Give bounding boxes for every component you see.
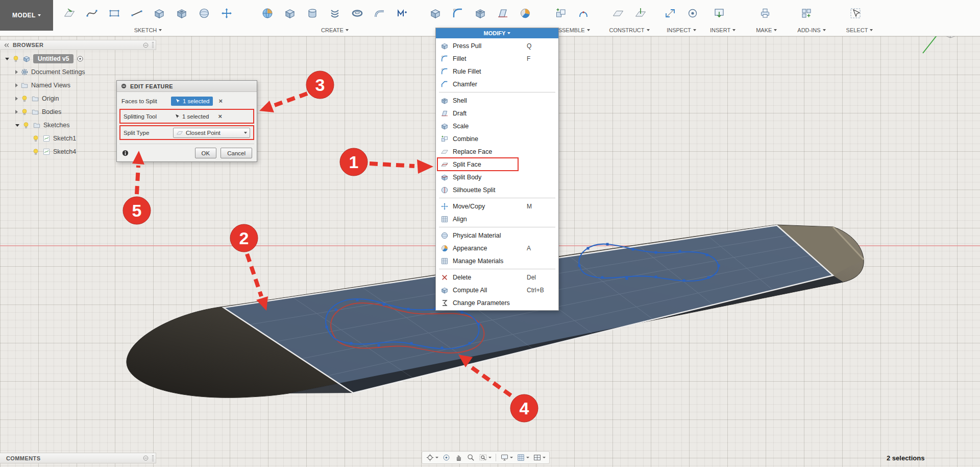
joint-button[interactable]: [574, 3, 593, 24]
browser-item-untitled-v5[interactable]: Untitled v5: [0, 52, 156, 65]
menu-item-press-pull[interactable]: Press PullQ: [436, 39, 558, 52]
create-sketch-button[interactable]: [60, 3, 79, 24]
menu-item-draft[interactable]: Draft: [436, 107, 558, 120]
menu-item-chamfer[interactable]: Chamfer: [436, 78, 558, 90]
bulb-icon[interactable]: [32, 148, 40, 156]
menu-item-shell[interactable]: Shell: [436, 94, 558, 107]
expand-caret-icon[interactable]: [15, 124, 19, 127]
measure-button[interactable]: [661, 3, 679, 24]
expand-caret-icon[interactable]: [15, 97, 18, 101]
faces-selected-chip[interactable]: 1 selected: [171, 97, 213, 106]
toolbar-group-label-inspect[interactable]: INSPECT: [661, 26, 702, 34]
menu-item-fillet[interactable]: FilletF: [436, 52, 558, 65]
menu-item-combine[interactable]: Combine: [436, 132, 558, 145]
line-button[interactable]: [128, 3, 146, 24]
zoom-button[interactable]: [465, 452, 477, 463]
panel-drag-handle[interactable]: [152, 42, 154, 48]
bulb-icon[interactable]: [20, 95, 29, 103]
spline-button[interactable]: [83, 3, 101, 24]
construct-plane-button[interactable]: [609, 3, 627, 24]
pipe-button[interactable]: [371, 3, 389, 24]
toolbar-group-label-select[interactable]: SELECT: [846, 26, 873, 34]
menu-item-appearance[interactable]: AppearanceA: [436, 242, 558, 254]
menu-item-physical-material[interactable]: Physical Material: [436, 229, 558, 242]
toolbar-group-label-create[interactable]: CREATE: [258, 26, 411, 34]
extrude-button[interactable]: [150, 3, 168, 24]
cancel-button[interactable]: Cancel: [220, 148, 252, 158]
menu-item-replace-face[interactable]: Replace Face: [436, 145, 558, 158]
move-button[interactable]: [217, 3, 236, 24]
ok-button[interactable]: OK: [195, 148, 217, 158]
expand-caret-icon[interactable]: [5, 58, 9, 60]
modify-menu-header[interactable]: MODIFY: [436, 28, 558, 38]
collapse-panel-icon[interactable]: [3, 42, 10, 49]
collapse-dialog-icon[interactable]: [120, 83, 127, 89]
insert-button[interactable]: [710, 3, 728, 24]
fillet-button[interactable]: [449, 3, 467, 24]
toolbar-group-label-insert[interactable]: INSERT: [710, 26, 736, 34]
shell-button[interactable]: [471, 3, 489, 24]
section-analysis-button[interactable]: [683, 3, 702, 24]
grid-display-button[interactable]: [515, 452, 531, 463]
rectangle-button[interactable]: [105, 3, 124, 24]
viewports-button[interactable]: [531, 452, 547, 463]
bulb-icon[interactable]: [32, 134, 40, 143]
sphere-button[interactable]: [195, 3, 213, 24]
menu-item-delete[interactable]: DeleteDel: [436, 271, 558, 284]
toolbar-group-label-add-ins[interactable]: ADD-INS: [797, 26, 825, 34]
box-button[interactable]: [281, 3, 299, 24]
coil-button[interactable]: [326, 3, 344, 24]
browser-header[interactable]: BROWSER: [0, 40, 156, 50]
orbit-button[interactable]: [424, 452, 440, 463]
construct-axis-button[interactable]: [631, 3, 650, 24]
bulb-icon[interactable]: [12, 55, 20, 63]
active-document-radio-icon[interactable]: [76, 55, 84, 63]
menu-item-silhouette-split[interactable]: Silhouette Split: [436, 183, 558, 196]
tool-selected-chip[interactable]: 1 selected: [173, 112, 212, 121]
pattern-button[interactable]: [393, 3, 411, 24]
select-button[interactable]: [846, 3, 865, 24]
add-ins-button[interactable]: [797, 3, 816, 24]
toolbar-group-label-make[interactable]: MAKE: [756, 26, 777, 34]
split-type-dropdown[interactable]: Closest Point: [173, 128, 250, 138]
info-icon[interactable]: [121, 149, 129, 157]
menu-item-align[interactable]: Align: [436, 213, 558, 225]
web-feature-button[interactable]: [258, 3, 277, 24]
clear-faces-button[interactable]: ×: [218, 98, 223, 104]
workspace-switcher-button[interactable]: MODEL: [0, 0, 53, 31]
visibility-toggle-icon[interactable]: [142, 455, 149, 461]
expand-caret-icon[interactable]: [15, 70, 18, 74]
panel-drag-handle[interactable]: [152, 455, 154, 461]
menu-item-split-face[interactable]: Split Face: [436, 158, 558, 171]
bulb-icon[interactable]: [20, 108, 29, 116]
toolbar-group-label-construct[interactable]: CONSTRUCT: [609, 26, 650, 34]
menu-item-rule-fillet[interactable]: Rule Fillet: [436, 65, 558, 78]
fit-button[interactable]: [477, 452, 493, 463]
bulb-icon[interactable]: [22, 121, 30, 129]
expand-caret-icon[interactable]: [15, 110, 18, 114]
pan-button[interactable]: [453, 452, 464, 463]
expand-caret-icon[interactable]: [15, 83, 18, 87]
menu-item-compute-all[interactable]: Compute AllCtrl+B: [436, 284, 558, 296]
browser-item-document-settings[interactable]: Document Settings: [0, 65, 156, 79]
make-button[interactable]: [756, 3, 774, 24]
loft-button[interactable]: [173, 3, 191, 24]
press-pull-button[interactable]: [426, 3, 445, 24]
look-at-button[interactable]: [440, 452, 452, 463]
torus-button[interactable]: [348, 3, 366, 24]
menu-item-change-parameters[interactable]: Change Parameters: [436, 296, 558, 309]
menu-item-move-copy[interactable]: Move/CopyM: [436, 200, 558, 213]
menu-item-split-body[interactable]: Split Body: [436, 171, 558, 183]
dialog-titlebar[interactable]: EDIT FEATURE: [117, 81, 257, 92]
toolbar-group-label-sketch[interactable]: SKETCH: [60, 26, 236, 34]
appearance-button[interactable]: [516, 3, 534, 24]
menu-item-scale[interactable]: Scale: [436, 120, 558, 132]
display-settings-button[interactable]: [499, 452, 514, 463]
cylinder-button[interactable]: [303, 3, 322, 24]
draft-button[interactable]: [494, 3, 512, 24]
comments-panel[interactable]: COMMENTS: [0, 453, 156, 463]
clear-tool-button[interactable]: ×: [218, 113, 222, 120]
new-component-button[interactable]: [552, 3, 570, 24]
visibility-toggle-icon[interactable]: [142, 42, 149, 49]
menu-item-manage-materials[interactable]: Manage Materials: [436, 254, 558, 267]
